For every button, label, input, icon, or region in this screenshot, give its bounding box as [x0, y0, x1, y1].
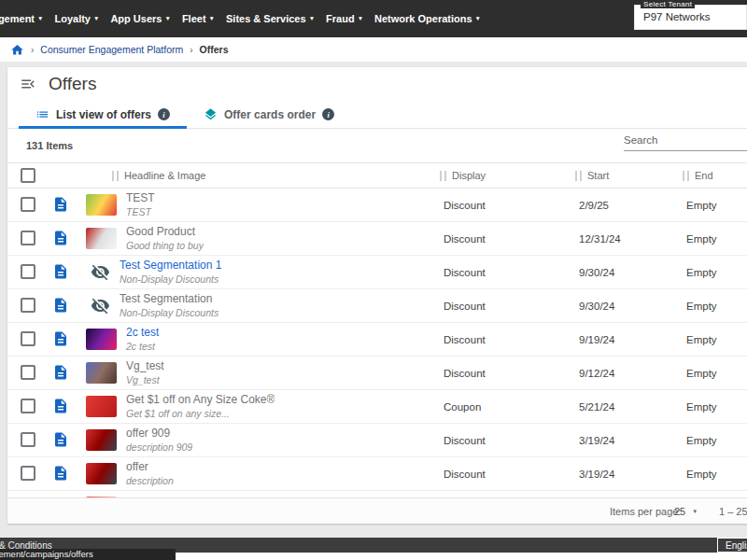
offer-display-type: Discount — [432, 267, 568, 278]
offer-headline[interactable]: Test Segmentation 1 — [120, 259, 221, 273]
table-row: Get $1 off on Any Size Coke® Get $1 off … — [7, 390, 747, 424]
select-all-checkbox[interactable] — [21, 168, 35, 183]
offer-subtext: Get $1 off on any size... — [126, 408, 275, 420]
visibility-off-icon — [91, 296, 110, 315]
offer-start-date: 9/30/24 — [568, 267, 675, 278]
column-drag-handle-icon[interactable] — [440, 171, 446, 181]
caret-down-icon: ▼ — [93, 16, 99, 22]
tab-list-view-of-offers[interactable]: List view of offers i — [19, 101, 187, 128]
nav-item-label: Fleet — [182, 13, 206, 24]
offer-end-date: Empty — [675, 334, 747, 345]
offer-subtext: description — [126, 475, 174, 487]
row-checkbox[interactable] — [21, 466, 35, 481]
breadcrumb-link-platform[interactable]: Consumer Engagement Platform — [40, 44, 183, 55]
items-count: 131 Items — [26, 140, 73, 151]
column-drag-handle-icon[interactable] — [683, 171, 689, 181]
collapse-menu-icon[interactable] — [20, 76, 36, 92]
offer-subtext: Non-Display Discounts — [120, 273, 221, 286]
row-checkbox[interactable] — [21, 231, 35, 245]
offer-display-type: Discount — [432, 200, 568, 211]
language-selector[interactable]: English ▼ — [717, 538, 747, 553]
items-per-page-select[interactable]: 25 ▼ — [674, 506, 698, 517]
offer-document-icon[interactable] — [52, 465, 69, 482]
tenant-selector-label: Select Tenant — [641, 0, 695, 8]
offer-start-date: 2/9/25 — [568, 200, 675, 211]
nav-item-loyalty[interactable]: Loyalty ▼ — [49, 13, 105, 24]
caret-down-icon: ▼ — [358, 16, 363, 22]
nav-item-fraud[interactable]: Fraud ▼ — [320, 13, 369, 24]
column-header-headline[interactable]: Headline & Image — [124, 170, 205, 181]
offer-document-icon[interactable] — [52, 263, 69, 280]
column-header-end[interactable]: End — [695, 170, 713, 181]
offer-end-date: Empty — [675, 368, 747, 379]
table-row: Good Product Good thing to buy Discount … — [7, 222, 747, 256]
column-header-display[interactable]: Display — [452, 170, 486, 181]
offer-start-date: 3/19/24 — [568, 469, 675, 480]
nav-item-engagement[interactable]: Engagement ▼ — [0, 13, 49, 24]
offer-document-icon[interactable] — [52, 398, 69, 414]
offer-display-type: Discount — [432, 435, 568, 446]
row-checkbox[interactable] — [21, 197, 35, 212]
nav-item-sites-services[interactable]: Sites & Services ▼ — [220, 13, 320, 24]
offer-subtext: description 909 — [126, 441, 192, 454]
top-nav-bar: Engagement ▼ Loyalty ▼ App Users ▼ Fleet… — [0, 0, 747, 37]
nav-item-network-operations[interactable]: Network Operations ▼ — [369, 13, 486, 24]
nav-item-label: Engagement — [0, 13, 35, 24]
offer-start-date: 5/21/24 — [568, 401, 675, 413]
offer-headline[interactable]: Test Segmentation — [120, 292, 218, 307]
offer-document-icon[interactable] — [52, 330, 69, 347]
offer-thumbnail — [86, 429, 117, 451]
offer-document-icon[interactable] — [52, 230, 69, 246]
info-icon[interactable]: i — [158, 108, 170, 120]
row-checkbox[interactable] — [21, 432, 35, 447]
items-per-page-value: 25 — [674, 506, 685, 517]
offer-headline[interactable]: TEST — [126, 191, 155, 206]
offer-end-date: Empty — [675, 435, 747, 446]
offer-document-icon[interactable] — [52, 297, 69, 314]
tenant-selector[interactable]: Select Tenant P97 Networks — [634, 5, 747, 30]
offer-subtext: Vg_test — [126, 374, 164, 386]
cards-order-icon — [204, 107, 218, 121]
page-title-row: Offers — [7, 67, 747, 101]
visibility-off-icon — [91, 262, 110, 282]
offer-headline[interactable]: 2c test — [126, 326, 159, 341]
tab-label: Offer cards order — [224, 108, 316, 121]
offer-headline[interactable]: offer — [126, 460, 174, 475]
row-checkbox[interactable] — [21, 298, 35, 313]
info-icon[interactable]: i — [322, 108, 334, 120]
row-checkbox[interactable] — [21, 331, 35, 346]
search-input[interactable] — [624, 131, 747, 151]
tab-label: List view of offers — [56, 108, 151, 121]
table-row: Test Segmentation 1 Non-Display Discount… — [7, 256, 747, 289]
offer-headline[interactable]: Good Product — [126, 225, 204, 240]
offer-end-date: Empty — [675, 267, 747, 278]
offer-headline[interactable]: Get $1 off on Any Size Coke® — [126, 393, 275, 408]
column-drag-handle-icon[interactable] — [575, 171, 582, 181]
breadcrumb-current: Offers — [200, 44, 229, 55]
row-checkbox[interactable] — [21, 399, 35, 413]
offer-document-icon[interactable] — [52, 196, 69, 213]
status-url-tooltip: engagement/campaigns/offers — [0, 549, 176, 560]
offer-subtext: 2c test — [126, 341, 159, 353]
offer-display-type: Discount — [432, 233, 568, 245]
offer-document-icon[interactable] — [52, 364, 69, 381]
tab-offer-cards-order[interactable]: Offer cards order i — [187, 101, 351, 128]
offer-end-date: Empty — [675, 233, 747, 245]
column-drag-handle-icon[interactable] — [112, 171, 119, 181]
offer-display-type: Discount — [432, 469, 568, 480]
tab-bar: List view of offers i Offer cards order … — [7, 101, 747, 129]
offer-document-icon[interactable] — [52, 431, 69, 448]
offer-subtext: TEST — [126, 206, 155, 218]
home-icon[interactable] — [10, 43, 24, 57]
nav-item-app-users[interactable]: App Users ▼ — [105, 13, 176, 24]
offer-headline[interactable]: Vg_test — [126, 359, 164, 374]
offer-headline[interactable]: offer 909 — [126, 427, 192, 441]
caret-down-icon: ▼ — [164, 16, 170, 22]
offer-display-type: Coupon — [432, 401, 568, 413]
column-header-start[interactable]: Start — [587, 170, 609, 181]
row-checkbox[interactable] — [21, 264, 35, 279]
nav-item-fleet[interactable]: Fleet ▼ — [176, 13, 220, 24]
caret-down-icon: ▼ — [692, 509, 698, 514]
table-header: Headline & Image Display Start End — [7, 162, 747, 189]
row-checkbox[interactable] — [21, 365, 35, 380]
